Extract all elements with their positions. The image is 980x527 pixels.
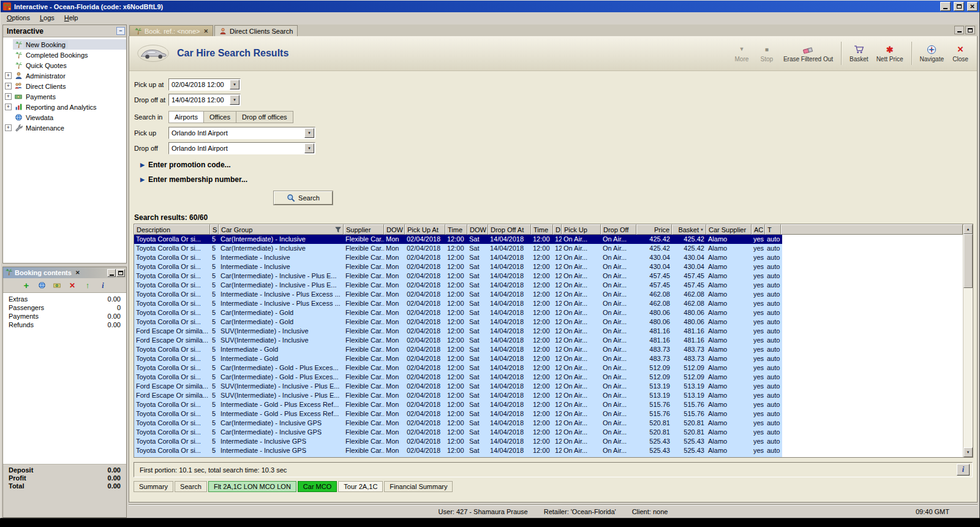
expand-plus-icon[interactable]: + — [5, 124, 12, 131]
add-icon[interactable]: + — [21, 281, 31, 290]
bottom-tab-flt-2a-1c-lon-mco-lon[interactable]: Flt 2A,1C LON MCO LON — [208, 481, 296, 492]
expand-plus-icon[interactable]: + — [5, 72, 12, 79]
booking-item-refunds[interactable]: Refunds0.00 — [3, 320, 126, 329]
column-header-supplier[interactable]: Supplier — [344, 224, 384, 235]
collapse-panel-button[interactable]: − — [116, 27, 125, 35]
info-icon[interactable]: i — [98, 281, 108, 290]
bottom-tab-tour-2a-1c[interactable]: Tour 2A,1C — [338, 481, 383, 492]
membership-expander[interactable]: ▶ Enter membership number... — [140, 175, 977, 184]
booking-item-extras[interactable]: Extras0.00 — [3, 295, 126, 303]
globe-icon[interactable] — [37, 281, 47, 290]
result-row[interactable]: Toyota Corolla Or si...5Car(Intermediate… — [134, 428, 782, 437]
result-row[interactable]: Toyota Corolla Or si...5Car(Intermediate… — [134, 244, 782, 253]
erase-filtered-out-button[interactable]: Erase Filtered Out — [780, 42, 836, 64]
expand-plus-icon[interactable]: + — [5, 104, 12, 110]
result-row[interactable]: Toyota Corolla Or si...5Intermediate - G… — [134, 409, 782, 419]
dropoff-at-select[interactable]: 14/04/2018 12:00 ▼ — [168, 94, 241, 106]
column-header-t[interactable]: T — [765, 224, 781, 235]
dropdown-arrow-icon[interactable]: ▼ — [304, 128, 314, 138]
column-header-d[interactable]: D — [553, 224, 562, 235]
result-row[interactable]: Ford Escape Or simila...5SUV(Intermediat… — [134, 382, 782, 391]
booking-item-payments[interactable]: Payments0.00 — [3, 312, 126, 320]
expand-plus-icon[interactable]: + — [5, 93, 12, 100]
bottom-tab-car-mco[interactable]: Car MCO — [298, 481, 337, 492]
navigate-button[interactable]: Navigate — [917, 42, 947, 64]
result-row[interactable]: Toyota Corolla Or si...5Intermediate - I… — [134, 299, 782, 308]
sidebar-item-maintenance[interactable]: + Maintenance — [3, 123, 126, 133]
bottom-tab-financial-summary[interactable]: Financial Summary — [384, 481, 453, 492]
booking-item-passengers[interactable]: Passengers0 — [3, 303, 126, 312]
column-header-pick-up[interactable]: Pick Up — [562, 224, 601, 235]
result-row[interactable]: Toyota Corolla Or si...5Intermediate - I… — [134, 437, 782, 446]
tab-direct-clients-search[interactable]: Direct Clients Search — [214, 25, 298, 36]
dropoff-location-select[interactable]: Orlando Intl Airport ▼ — [168, 142, 315, 154]
sidebar-item-reporting-and-analytics[interactable]: + Reporting and Analytics — [3, 102, 126, 112]
column-header-basket[interactable]: Basket▼ — [672, 224, 706, 235]
close-window-button[interactable]: ✕ — [967, 2, 978, 11]
mdi-minimize-button[interactable] — [954, 26, 964, 34]
pickup-at-select[interactable]: 02/04/2018 12:00 ▼ — [168, 78, 241, 91]
result-row[interactable]: Ford Escape Or simila...5SUV(Intermediat… — [134, 327, 782, 336]
result-row[interactable]: Toyota Corolla Or si...5Car(Intermediate… — [134, 281, 782, 290]
booking-contents-restore-button[interactable] — [116, 269, 125, 277]
minimize-button[interactable] — [940, 2, 951, 11]
result-row[interactable]: Toyota Corolla Or si...5Car(Intermediate… — [134, 317, 782, 327]
search-button[interactable]: Search — [274, 191, 333, 205]
title-bar[interactable]: Interactive - Ocean-Florida (code: x6Nod… — [1, 1, 979, 12]
search-in-drop-off-offices[interactable]: Drop off offices — [236, 112, 293, 123]
column-header-car-supplier[interactable]: Car Supplier — [706, 224, 752, 235]
mdi-restore-button[interactable] — [965, 26, 975, 34]
column-header-drop-off-at[interactable]: Drop Off At — [488, 224, 531, 235]
scroll-thumb[interactable] — [963, 234, 973, 288]
column-header-time[interactable]: Time — [531, 224, 553, 235]
tab-close-icon[interactable]: ✕ — [204, 28, 209, 34]
result-row[interactable]: Ford Escape Or simila...5SUV(Intermediat… — [134, 336, 782, 345]
payments-icon[interactable] — [52, 281, 62, 290]
menu-logs[interactable]: Logs — [35, 13, 59, 23]
sidebar-item-quick-quotes[interactable]: Quick Quotes — [3, 60, 126, 70]
search-in-airports[interactable]: Airports — [169, 112, 204, 123]
dropdown-arrow-icon[interactable]: ▼ — [230, 95, 239, 105]
scroll-down-button[interactable]: ▼ — [963, 447, 973, 457]
info-button[interactable]: i — [957, 464, 970, 476]
result-row[interactable]: Toyota Corolla Or si...5Intermediate - I… — [134, 446, 782, 455]
sidebar-item-payments[interactable]: + Payments — [3, 91, 126, 102]
column-header-description[interactable]: Description — [134, 224, 210, 235]
result-row[interactable]: Toyota Corolla Or si...5Intermediate - I… — [134, 253, 782, 262]
sidebar-item-viewdata[interactable]: Viewdata — [3, 112, 126, 123]
delete-icon[interactable]: ✕ — [67, 281, 77, 290]
sidebar-item-completed-bookings[interactable]: Completed Bookings — [3, 50, 126, 60]
filter-icon[interactable] — [335, 227, 341, 233]
sidebar-item-new-booking[interactable]: New Booking — [3, 39, 126, 50]
expand-plus-icon[interactable]: + — [5, 83, 12, 89]
more-button[interactable]: ▼ More — [730, 42, 753, 64]
result-row[interactable]: Ford Escape Or simila...5SUV(Intermediat… — [134, 391, 782, 400]
result-row[interactable]: Toyota Corolla Or si...5Car(Intermediate… — [134, 373, 782, 382]
sidebar-item-direct-clients[interactable]: + Direct Clients — [3, 81, 126, 91]
column-header-price[interactable]: Price — [636, 224, 672, 235]
close-button[interactable]: ✕ Close — [949, 42, 972, 64]
result-row[interactable]: Toyota Corolla Or si...5Car(Intermediate… — [134, 363, 782, 373]
result-row[interactable]: Toyota Corolla Or si...5Intermediate - I… — [134, 262, 782, 271]
pickup-location-select[interactable]: Orlando Intl Airport ▼ — [168, 127, 315, 139]
bottom-tab-summary[interactable]: Summary — [134, 481, 173, 492]
result-row[interactable]: Toyota Corolla Or si...5Intermediate - I… — [134, 290, 782, 299]
promo-code-expander[interactable]: ▶ Enter promotion code... — [140, 161, 977, 169]
column-header-dow[interactable]: DOW — [384, 224, 405, 235]
menu-options[interactable]: Options — [2, 13, 35, 23]
dropdown-arrow-icon[interactable]: ▼ — [230, 80, 239, 89]
column-header-car-group[interactable]: Car Group — [219, 224, 344, 235]
sidebar-item-administrator[interactable]: + Administrator — [3, 70, 126, 81]
nett-price-button[interactable]: ✱ Nett Price — [873, 42, 907, 64]
scroll-up-button[interactable]: ▲ — [963, 224, 973, 234]
menu-help[interactable]: Help — [59, 13, 83, 23]
result-row[interactable]: Toyota Corolla Or si...5Intermediate - G… — [134, 345, 782, 354]
search-in-offices[interactable]: Offices — [204, 112, 236, 123]
column-header-s[interactable]: S — [210, 224, 219, 235]
dropdown-arrow-icon[interactable]: ▼ — [304, 143, 314, 153]
booking-contents-minimize-button[interactable] — [107, 269, 116, 277]
result-row[interactable]: Toyota Corolla Or si...5Intermediate - I… — [134, 455, 782, 457]
result-row[interactable]: Toyota Corolla Or si...5Car(Intermediate… — [134, 308, 782, 317]
column-header-time[interactable]: Time — [445, 224, 467, 235]
maximize-button[interactable] — [954, 2, 964, 11]
